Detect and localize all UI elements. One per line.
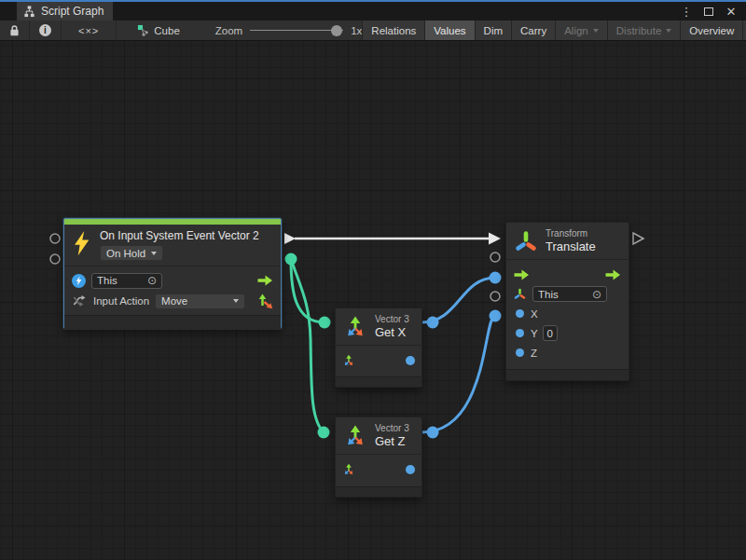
- getx-port-row: [336, 346, 421, 375]
- getx-node-footer: [336, 376, 421, 387]
- y-value-field[interactable]: 0: [543, 325, 558, 341]
- tab-script-graph[interactable]: Script Graph: [17, 2, 113, 20]
- node-vector3-get-z[interactable]: Vector 3 Get Z: [335, 417, 422, 498]
- event-node-header: On Input System Event Vector 2 On Hold: [64, 225, 281, 266]
- getx-node-header: Vector 3 Get X: [336, 308, 421, 346]
- dim-button[interactable]: Dim: [476, 20, 512, 40]
- align-button[interactable]: Align: [556, 20, 608, 40]
- event-mode-dropdown[interactable]: On Hold: [100, 245, 163, 261]
- info-icon: i: [39, 24, 51, 36]
- flow-input-arrow-icon[interactable]: [514, 268, 530, 281]
- z-input-port[interactable]: [516, 348, 524, 357]
- window-close-icon[interactable]: ✕: [724, 4, 739, 19]
- value-connection-vector2-to-getz[interactable]: [291, 259, 330, 439]
- chevron-down-icon: [666, 29, 671, 33]
- translate-this-field[interactable]: This ⊙: [532, 286, 607, 302]
- getz-node-header: Vector 3 Get Z: [336, 417, 421, 455]
- translate-y-input-port[interactable]: [490, 292, 500, 301]
- translate-node-footer: [506, 369, 629, 380]
- event-node-body: This ⊙: [64, 266, 281, 315]
- chevron-down-icon: [233, 299, 239, 303]
- graph-target-breadcrumb[interactable]: Cube: [137, 24, 180, 36]
- object-picker-icon[interactable]: ⊙: [592, 289, 601, 300]
- chevron-down-icon: [151, 252, 157, 255]
- graph-toolbar: i <×> Cube Zoom: [0, 20, 746, 41]
- flow-output-arrow-icon[interactable]: [605, 268, 621, 281]
- getx-category: Vector 3: [375, 314, 409, 324]
- translate-node-body: This ⊙ X Y 0 Z: [506, 260, 629, 366]
- tab-bar: Script Graph ⋮ ✕: [0, 2, 746, 20]
- input-action-dropdown[interactable]: Move: [155, 294, 245, 309]
- inspect-button[interactable]: i: [30, 20, 62, 40]
- toolbar-right-group: Relations Values Dim Carry Align Distrib…: [362, 20, 746, 40]
- translate-node-header: Transform Translate: [506, 223, 629, 260]
- window-controls: ⋮ ✕: [679, 2, 746, 20]
- chevron-down-icon: [593, 29, 599, 33]
- flow-output-arrow-icon[interactable]: [257, 274, 273, 287]
- flow-connection-event-to-translate[interactable]: [284, 233, 501, 245]
- getx-output-port[interactable]: [406, 356, 415, 365]
- getz-header-text: Vector 3 Get Z: [375, 423, 409, 448]
- node-vector3-get-x[interactable]: Vector 3 Get X: [335, 307, 422, 388]
- x-label: X: [531, 308, 538, 320]
- window-maximize-icon[interactable]: [701, 4, 716, 19]
- zoom-value: 1x: [351, 25, 362, 36]
- getx-header-text: Vector 3 Get X: [375, 314, 409, 339]
- object-picker-icon[interactable]: ⊙: [147, 275, 157, 286]
- getz-port-row: [336, 455, 421, 484]
- zoom-slider-handle[interactable]: [331, 25, 342, 36]
- toolbar-middle: Cube Zoom 1x: [117, 20, 362, 40]
- z-label: Z: [531, 348, 537, 359]
- value-connection-getx-to-x[interactable]: [421, 272, 502, 329]
- overview-button[interactable]: Overview: [681, 20, 743, 40]
- translate-x-row: X: [514, 305, 621, 322]
- translate-category: Transform: [546, 228, 596, 239]
- event-bolt-icon: [72, 274, 86, 288]
- values-button[interactable]: Values: [425, 20, 475, 40]
- translate-title: Translate: [546, 239, 596, 253]
- translate-this-input-port[interactable]: [490, 253, 500, 262]
- toolbar-left-group: i <×>: [0, 20, 117, 40]
- lock-button[interactable]: [0, 20, 30, 40]
- zoom-control: Zoom 1x: [215, 24, 363, 37]
- relations-button[interactable]: Relations: [363, 20, 425, 40]
- event-this-field[interactable]: This ⊙: [91, 273, 162, 289]
- vector3-mini-icon[interactable]: [342, 354, 355, 367]
- transform-mini-icon: [514, 288, 526, 300]
- window-menu-icon[interactable]: ⋮: [679, 4, 694, 19]
- zoom-slider[interactable]: [250, 24, 343, 37]
- event-this-row: This ⊙: [72, 271, 273, 290]
- tab-label: Script Graph: [41, 5, 104, 18]
- getz-node-footer: [336, 486, 421, 497]
- node-on-input-system-event[interactable]: On Input System Event Vector 2 On Hold T…: [63, 218, 282, 329]
- event-header-text: On Input System Event Vector 2 On Hold: [100, 227, 259, 261]
- carry-button[interactable]: Carry: [512, 20, 556, 40]
- lock-icon: [9, 24, 20, 36]
- vector3-mini-icon[interactable]: [342, 463, 355, 476]
- event-node-footer: [64, 315, 281, 330]
- vector2-output-icon[interactable]: [257, 294, 273, 309]
- vector3-icon: [343, 315, 367, 339]
- getz-category: Vector 3: [375, 423, 409, 433]
- zoom-slider-track: [250, 30, 343, 31]
- graph-target-label: Cube: [154, 25, 180, 36]
- graph-hierarchy-icon: [23, 6, 35, 18]
- input-action-icon: [72, 294, 87, 307]
- lightning-bolt-icon: [72, 231, 91, 261]
- getz-title: Get Z: [375, 434, 409, 448]
- node-transform-translate[interactable]: Transform Translate: [505, 222, 629, 381]
- getz-output-port[interactable]: [406, 465, 415, 474]
- distribute-button[interactable]: Distribute: [608, 20, 682, 40]
- x-input-port[interactable]: [516, 309, 524, 318]
- graph-canvas[interactable]: On Input System Event Vector 2 On Hold T…: [0, 41, 746, 560]
- event-action-input-port[interactable]: [50, 254, 60, 264]
- translate-z-row: Z: [514, 344, 621, 362]
- preview-code-button[interactable]: <×>: [62, 20, 117, 40]
- translate-this-row: This ⊙: [514, 285, 621, 303]
- y-input-port[interactable]: [516, 329, 524, 337]
- event-this-input-port[interactable]: [50, 234, 60, 243]
- translate-header-text: Transform Translate: [546, 228, 596, 253]
- translate-flow-output-port[interactable]: [633, 233, 643, 244]
- value-connection-getz-to-z[interactable]: [421, 310, 502, 439]
- y-label: Y: [531, 328, 538, 339]
